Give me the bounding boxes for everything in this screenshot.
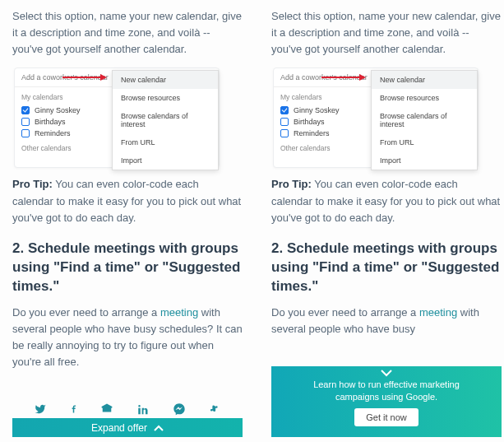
- meeting-link[interactable]: meeting: [160, 306, 198, 319]
- get-it-now-button[interactable]: Get it now: [354, 408, 418, 426]
- protip-label: Pro Tip:: [12, 178, 53, 190]
- dropdown-menu: New calendar Browse resources Browse cal…: [112, 70, 219, 170]
- meeting-link[interactable]: meeting: [419, 306, 457, 319]
- other-calendars-label: Other calendars: [274, 139, 372, 152]
- section-heading: 2. Schedule meetings with groups using "…: [12, 240, 243, 296]
- menu-item[interactable]: From URL: [113, 133, 218, 151]
- facebook-icon[interactable]: [70, 402, 77, 416]
- my-calendars-label: My calendars: [15, 87, 113, 105]
- twitter-icon[interactable]: [34, 403, 47, 415]
- menu-item[interactable]: Browse resources: [113, 89, 218, 107]
- checkbox-icon: [21, 106, 30, 114]
- calendar-row: Birthdays: [15, 116, 113, 128]
- article-column-left: Select this option, name your new calend…: [12, 0, 243, 380]
- svg-marker-1: [100, 74, 107, 81]
- chevron-down-icon[interactable]: [381, 370, 392, 377]
- section-heading: 2. Schedule meetings with groups using "…: [271, 240, 502, 296]
- checkbox-icon: [280, 129, 289, 137]
- red-arrow-icon: [321, 74, 366, 81]
- menu-item[interactable]: Browse resources: [372, 89, 477, 107]
- checkbox-icon: [21, 129, 30, 137]
- menu-item[interactable]: New calendar: [372, 71, 477, 89]
- gcal-screenshot: Add a coworker's calendar My calendars G…: [14, 67, 220, 168]
- social-share-row: [12, 400, 243, 418]
- dropdown-menu: New calendar Browse resources Browse cal…: [371, 70, 478, 170]
- menu-item[interactable]: Browse calendars of interest: [372, 107, 477, 133]
- intro-paragraph: Select this option, name your new calend…: [271, 8, 502, 58]
- calendar-row: Ginny Soskey: [15, 105, 113, 116]
- svg-marker-3: [359, 74, 366, 81]
- red-arrow-icon: [62, 74, 107, 81]
- protip-paragraph: Pro Tip: You can even color-code each ca…: [12, 176, 243, 226]
- expand-offer-bar[interactable]: Expand offer: [12, 418, 243, 437]
- other-calendars-label: Other calendars: [15, 139, 113, 152]
- email-icon[interactable]: [100, 403, 113, 415]
- calendar-row: Reminders: [274, 128, 372, 139]
- offer-text: Learn how to run effective marketing cam…: [292, 379, 481, 403]
- messenger-icon[interactable]: [173, 402, 186, 416]
- body-paragraph: Do you ever need to arrange a meeting wi…: [271, 305, 502, 337]
- my-calendars-label: My calendars: [274, 87, 372, 105]
- menu-item[interactable]: New calendar: [113, 71, 218, 89]
- calendar-row: Birthdays: [274, 116, 372, 128]
- checkbox-icon: [280, 118, 289, 126]
- expand-offer-label: Expand offer: [91, 422, 147, 434]
- menu-item[interactable]: From URL: [372, 133, 477, 151]
- intro-paragraph: Select this option, name your new calend…: [12, 8, 243, 58]
- add-coworker-label: Add a coworker's calendar: [15, 68, 113, 87]
- menu-item[interactable]: Import: [113, 151, 218, 170]
- article-column-right: Select this option, name your new calend…: [271, 0, 502, 347]
- offer-banner: Learn how to run effective marketing cam…: [271, 366, 502, 437]
- add-coworker-label: Add a coworker's calendar: [274, 68, 372, 87]
- gcal-screenshot: Add a coworker's calendar My calendars G…: [273, 67, 479, 168]
- menu-item[interactable]: Import: [372, 151, 477, 170]
- calendar-row: Ginny Soskey: [274, 105, 372, 116]
- slack-icon[interactable]: [209, 403, 221, 416]
- calendar-row: Reminders: [15, 128, 113, 139]
- checkbox-icon: [280, 106, 289, 114]
- menu-item[interactable]: Browse calendars of interest: [113, 107, 218, 133]
- chevron-up-icon: [154, 422, 164, 434]
- protip-label: Pro Tip:: [271, 178, 312, 190]
- linkedin-icon[interactable]: [137, 403, 150, 416]
- body-paragraph: Do you ever need to arrange a meeting wi…: [12, 305, 243, 371]
- checkbox-icon: [21, 118, 30, 126]
- protip-paragraph: Pro Tip: You can even color-code each ca…: [271, 176, 502, 226]
